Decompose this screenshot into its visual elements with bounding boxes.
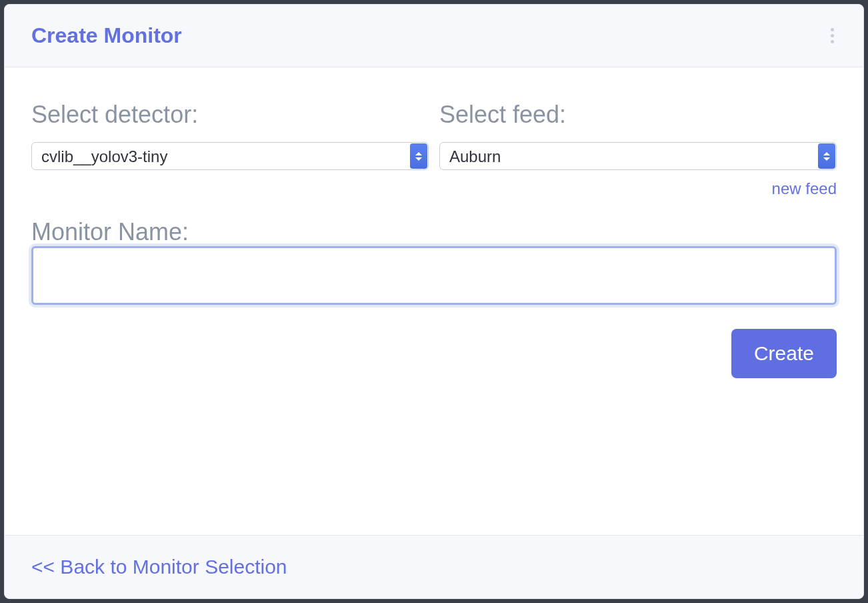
monitor-name-section: Monitor Name:: [31, 218, 837, 305]
form-row-selects: Select detector: cvlib__yolov3-tiny Sele…: [31, 101, 837, 198]
kebab-menu-icon[interactable]: [828, 25, 837, 46]
monitor-name-label: Monitor Name:: [31, 218, 189, 245]
detector-select-wrapper: cvlib__yolov3-tiny: [31, 142, 429, 170]
card-header: Create Monitor: [5, 5, 863, 67]
create-monitor-card: Create Monitor Select detector: cvlib__y…: [4, 4, 864, 599]
card-title: Create Monitor: [31, 23, 182, 48]
create-button-row: Create: [31, 329, 837, 378]
feed-col: Select feed: Auburn new feed: [439, 101, 837, 198]
create-button[interactable]: Create: [731, 329, 837, 378]
feed-select[interactable]: Auburn: [439, 142, 837, 170]
feed-label: Select feed:: [439, 101, 837, 129]
back-link[interactable]: << Back to Monitor Selection: [31, 556, 287, 578]
monitor-name-input[interactable]: [31, 246, 837, 305]
feed-select-wrapper: Auburn: [439, 142, 837, 170]
card-footer: << Back to Monitor Selection: [5, 535, 863, 598]
detector-col: Select detector: cvlib__yolov3-tiny: [31, 101, 429, 198]
detector-select[interactable]: cvlib__yolov3-tiny: [31, 142, 429, 170]
card-body: Select detector: cvlib__yolov3-tiny Sele…: [5, 67, 863, 535]
detector-label: Select detector:: [31, 101, 429, 129]
new-feed-link[interactable]: new feed: [439, 179, 837, 198]
